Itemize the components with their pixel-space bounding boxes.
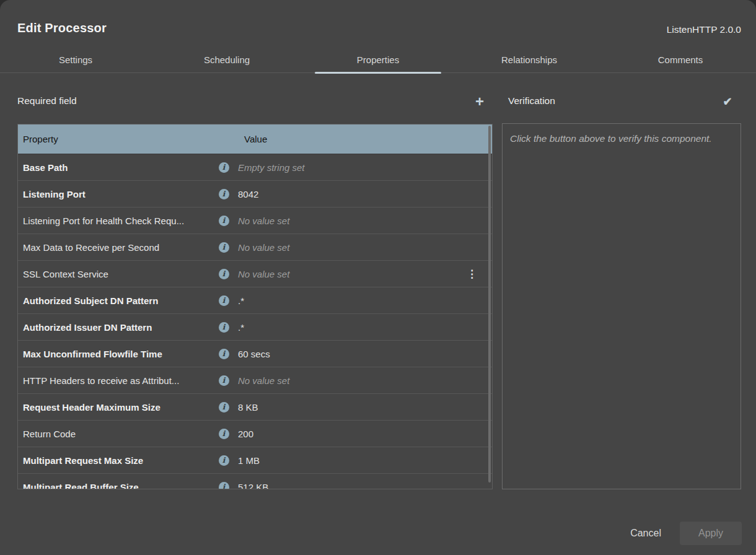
info-icon: i <box>219 189 229 199</box>
property-value[interactable]: 1 MB <box>234 455 492 466</box>
verification-panel: Click the button above to verify this co… <box>502 123 741 489</box>
property-name: Base Path <box>18 162 213 173</box>
info-icon: i <box>219 295 229 306</box>
tab-label: Properties <box>357 55 399 65</box>
property-info[interactable]: i <box>213 429 234 439</box>
property-name: Authorized Subject DN Pattern <box>18 295 213 306</box>
property-info[interactable]: i <box>213 162 234 173</box>
property-value[interactable]: No value set <box>234 375 492 386</box>
info-icon: i <box>219 429 229 439</box>
property-info[interactable]: i <box>213 295 234 306</box>
verify-button[interactable]: ✔ <box>719 93 736 110</box>
table-row[interactable]: HTTP Headers to receive as Attribut... i… <box>18 367 492 394</box>
property-name: SSL Context Service <box>18 269 213 279</box>
property-info[interactable]: i <box>213 349 234 359</box>
table-row[interactable]: Base Path i Empty string set <box>18 154 492 181</box>
info-icon: i <box>219 162 229 173</box>
property-value[interactable]: Empty string set <box>234 162 492 173</box>
table-row[interactable]: Authorized Subject DN Pattern i .* <box>18 287 492 314</box>
dialog-footer: Cancel Apply <box>624 522 742 545</box>
table-header-row: Property Value <box>18 125 492 154</box>
property-value[interactable]: No value set <box>234 216 492 226</box>
add-property-button[interactable]: + <box>471 93 488 110</box>
table-row[interactable]: Max Data to Receive per Second i No valu… <box>18 234 492 261</box>
table-row[interactable]: Request Header Maximum Size i 8 KB <box>18 394 492 421</box>
tab-settings[interactable]: Settings <box>0 47 151 72</box>
property-info[interactable]: i <box>213 375 234 386</box>
dialog-title: Edit Processor <box>17 21 107 35</box>
property-value[interactable]: 200 <box>234 429 492 439</box>
property-name: Listening Port for Health Check Requ... <box>18 216 213 226</box>
info-icon: i <box>219 269 229 279</box>
property-name: Request Header Maximum Size <box>18 402 213 413</box>
info-icon: i <box>219 322 229 333</box>
table-row[interactable]: Multipart Request Max Size i 1 MB <box>18 447 492 474</box>
property-value[interactable]: .* <box>234 295 492 306</box>
required-field-label: Required field <box>17 95 77 107</box>
processor-type-version: ListenHTTP 2.0.0 <box>667 24 741 35</box>
property-value[interactable]: 512 KB <box>234 482 492 490</box>
info-icon: i <box>219 455 229 466</box>
tab-label: Relationships <box>501 55 557 65</box>
property-name: Authorized Issuer DN Pattern <box>18 322 213 333</box>
property-info[interactable]: i <box>213 269 234 279</box>
table-row[interactable]: Authorized Issuer DN Pattern i .* <box>18 314 492 341</box>
verification-placeholder-text: Click the button above to verify this co… <box>510 131 733 146</box>
cancel-button[interactable]: Cancel <box>624 523 667 544</box>
property-info[interactable]: i <box>213 322 234 333</box>
property-value[interactable]: 8 KB <box>234 402 492 413</box>
tab-label: Comments <box>658 55 703 65</box>
column-header-property: Property <box>18 134 218 144</box>
checkmark-icon: ✔ <box>723 95 732 108</box>
property-name: Max Data to Receive per Second <box>18 242 213 253</box>
property-name: HTTP Headers to receive as Attribut... <box>18 375 213 386</box>
table-scrollbar[interactable] <box>488 126 491 483</box>
table-row[interactable]: Listening Port i 8042 <box>18 181 492 208</box>
info-icon: i <box>219 216 229 226</box>
info-icon: i <box>219 349 229 359</box>
table-row[interactable]: Listening Port for Health Check Requ... … <box>18 208 492 234</box>
info-icon: i <box>219 402 229 413</box>
info-icon: i <box>219 242 229 253</box>
property-info[interactable]: i <box>213 242 234 253</box>
column-header-value: Value <box>218 134 492 144</box>
table-row[interactable]: SSL Context Service i No value set ⋮ <box>18 261 492 287</box>
property-name: Max Unconfirmed Flowfile Time <box>18 349 213 359</box>
apply-button[interactable]: Apply <box>680 522 742 545</box>
property-value[interactable]: 8042 <box>234 189 492 199</box>
property-name: Return Code <box>18 429 213 439</box>
property-value[interactable]: No value set <box>234 242 492 253</box>
verification-label: Verification <box>508 95 555 107</box>
info-icon: i <box>219 482 229 490</box>
info-icon: i <box>219 375 229 386</box>
property-value[interactable]: 60 secs <box>234 349 492 359</box>
property-info[interactable]: i <box>213 402 234 413</box>
property-info[interactable]: i <box>213 455 234 466</box>
property-value[interactable]: .* <box>234 322 492 333</box>
tab-label: Settings <box>59 55 92 65</box>
property-info[interactable]: i <box>213 216 234 226</box>
tab-label: Scheduling <box>204 55 250 65</box>
row-menu-kebab-icon[interactable]: ⋮ <box>467 261 477 287</box>
tab-relationships[interactable]: Relationships <box>454 47 605 72</box>
table-row[interactable]: Multipart Read Buffer Size i 512 KB <box>18 474 492 489</box>
property-name: Multipart Request Max Size <box>18 455 213 466</box>
tab-comments[interactable]: Comments <box>605 47 756 72</box>
tab-bar: SettingsSchedulingPropertiesRelationship… <box>0 47 756 73</box>
properties-table: Property Value Base Path i Empty string … <box>17 124 493 489</box>
property-info[interactable]: i <box>213 189 234 199</box>
table-row[interactable]: Max Unconfirmed Flowfile Time i 60 secs <box>18 341 492 367</box>
property-value[interactable]: No value set <box>234 269 492 279</box>
property-info[interactable]: i <box>213 482 234 490</box>
table-row[interactable]: Return Code i 200 <box>18 421 492 447</box>
table-body: Base Path i Empty string set Listening P… <box>18 154 492 489</box>
edit-processor-dialog: Edit Processor ListenHTTP 2.0.0 Settings… <box>0 0 756 555</box>
property-name: Listening Port <box>18 189 213 199</box>
property-name: Multipart Read Buffer Size <box>18 482 213 490</box>
tab-properties[interactable]: Properties <box>302 47 454 72</box>
tab-scheduling[interactable]: Scheduling <box>151 47 302 72</box>
plus-icon: + <box>475 94 484 109</box>
